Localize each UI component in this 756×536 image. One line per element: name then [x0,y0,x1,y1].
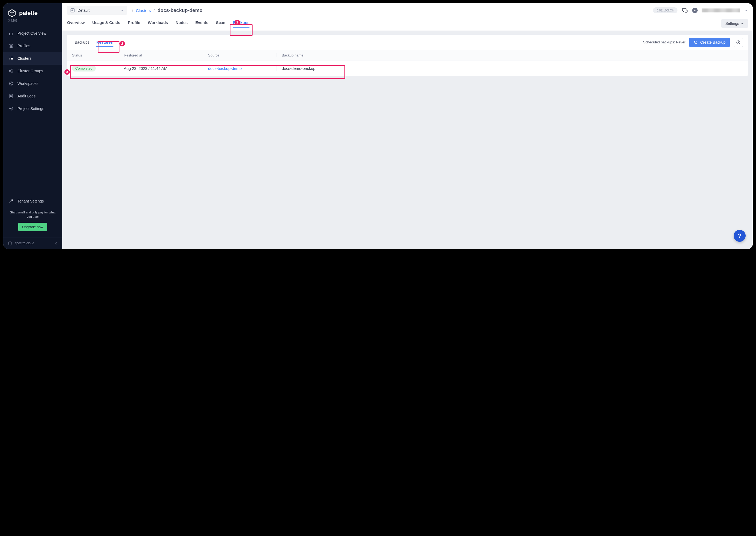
tab-overview[interactable]: Overview [67,20,85,29]
table-header: Status Restored at Source Backup name [67,50,748,61]
username-redacted [702,9,740,12]
status-badge: Completed [72,65,96,72]
sidebar-item-label: Project Overview [17,31,47,35]
cluster-tabs: Overview Usage & Costs Profile Workloads… [62,15,753,31]
create-backup-button[interactable]: Create Backup [689,38,730,47]
svg-point-0 [10,44,13,45]
svg-point-3 [12,72,13,73]
sidebar-item-label: Audit Logs [17,94,35,98]
annotation-badge-3: 3 [64,69,70,75]
project-name: Default [78,8,89,13]
footer-brand[interactable]: spectro cloud [3,237,62,249]
svg-point-2 [12,69,13,70]
panel-head-right: Scheduled backups: Never Create Backup [643,38,743,47]
svg-point-8 [11,108,12,110]
svg-point-7 [10,95,12,97]
chart-square-icon [70,8,75,13]
svg-point-5 [10,83,12,84]
sidebar-item-project-overview[interactable]: Project Overview [3,27,62,40]
sidebar-item-project-settings[interactable]: Project Settings [3,102,62,115]
restore-icon [694,40,698,45]
sidebar-item-label: Profiles [17,44,30,48]
tab-profile[interactable]: Profile [128,20,140,29]
target-icon [9,81,14,86]
sidebar-item-tenant-settings[interactable]: Tenant Settings [3,195,62,207]
sidebar-item-label: Clusters [17,56,31,61]
tab-scan[interactable]: Scan [216,20,226,29]
table-row[interactable]: Completed Aug 23, 2023 / 11:44 AM docs-b… [67,61,748,76]
breadcrumb-sep: / [132,8,133,13]
main-area: Default / Clusters / docs-backup-demo 0.… [62,3,753,249]
subtab-restores[interactable]: Restores [94,35,116,50]
cell-source-link[interactable]: docs-backup-demo [208,66,242,71]
usage-pill[interactable]: 0.07/100kCh [653,7,677,14]
sidebar: palette 3.4.105 Project Overview Profile… [3,3,62,249]
chevron-down-icon [120,9,124,12]
chart-bars-icon [9,31,14,36]
gear-icon [9,106,14,111]
breadcrumb-current: docs-backup-demo [157,8,203,14]
svg-point-1 [9,70,10,72]
history-button[interactable] [734,38,743,47]
sidebar-bottom: Tenant Settings Start small and only pay… [3,195,62,237]
th-status: Status [72,53,124,57]
tab-usage-costs[interactable]: Usage & Costs [92,20,120,29]
th-source: Source [203,53,276,57]
nodes-icon [9,69,14,73]
tools-icon [9,199,14,204]
sidebar-item-label: Cluster Groups [17,69,43,73]
breadcrumb-sep: / [154,8,155,13]
topbar: Default / Clusters / docs-backup-demo 0.… [62,3,753,15]
sidebar-item-label: Workspaces [17,81,39,86]
sidebar-item-profiles[interactable]: Profiles [3,40,62,52]
logo-icon [8,9,16,17]
svg-point-4 [10,82,13,85]
tab-nodes[interactable]: Nodes [175,20,188,29]
th-backup: Backup name [276,53,743,57]
project-selector[interactable]: Default [67,6,127,15]
star-badge-icon[interactable] [692,8,698,13]
th-restored: Restored at [124,53,203,57]
tab-workloads[interactable]: Workloads [148,20,168,29]
cell-backup: docs-demo-backup [276,66,743,71]
company-icon [8,241,13,246]
sidebar-item-audit-logs[interactable]: Audit Logs [3,90,62,102]
clock-icon [736,40,740,45]
list-icon [9,56,14,61]
promo-text: Start small and only pay for what you us… [3,207,62,221]
help-fab[interactable]: ? [734,230,746,242]
annotation-badge-2: 2 [119,41,125,47]
layers-icon [9,43,14,48]
sidebar-item-cluster-groups[interactable]: Cluster Groups [3,65,62,77]
breadcrumb-parent-link[interactable]: Clusters [136,8,151,13]
sidebar-item-label: Project Settings [17,106,44,111]
topbar-right: 0.07/100kCh [653,7,748,14]
chevron-down-icon [741,22,744,25]
breadcrumb: / Clusters / docs-backup-demo [132,8,203,14]
settings-label: Settings [725,21,739,26]
scheduled-backups-text: Scheduled backups: Never [643,40,685,44]
file-search-icon [9,94,14,99]
sidebar-item-clusters[interactable]: Clusters [3,52,62,65]
subtab-backups[interactable]: Backups [72,35,92,50]
logo: palette [3,3,62,19]
chevron-left-icon [54,242,58,245]
version-label: 3.4.105 [3,19,62,27]
create-backup-label: Create Backup [700,40,725,45]
brand-name: palette [19,10,37,17]
settings-button[interactable]: Settings [721,19,748,28]
backups-panel: Backups Restores Scheduled backups: Neve… [67,35,748,76]
chat-icon[interactable] [682,7,688,14]
user-menu-chevron[interactable] [744,9,748,12]
sidebar-item-workspaces[interactable]: Workspaces [3,77,62,90]
cell-restored: Aug 23, 2023 / 11:44 AM [124,66,203,71]
sidebar-nav: Project Overview Profiles Clusters Clust… [3,27,62,195]
tenant-settings-label: Tenant Settings [17,199,44,203]
footer-brand-text: spectro cloud [15,241,34,245]
upgrade-button[interactable]: Upgrade now [18,223,47,231]
app-window: palette 3.4.105 Project Overview Profile… [3,3,753,249]
content-area: Backups Restores Scheduled backups: Neve… [62,31,753,249]
annotation-badge-1: 1 [235,20,240,25]
tab-events[interactable]: Events [195,20,208,29]
panel-head: Backups Restores Scheduled backups: Neve… [67,35,748,50]
